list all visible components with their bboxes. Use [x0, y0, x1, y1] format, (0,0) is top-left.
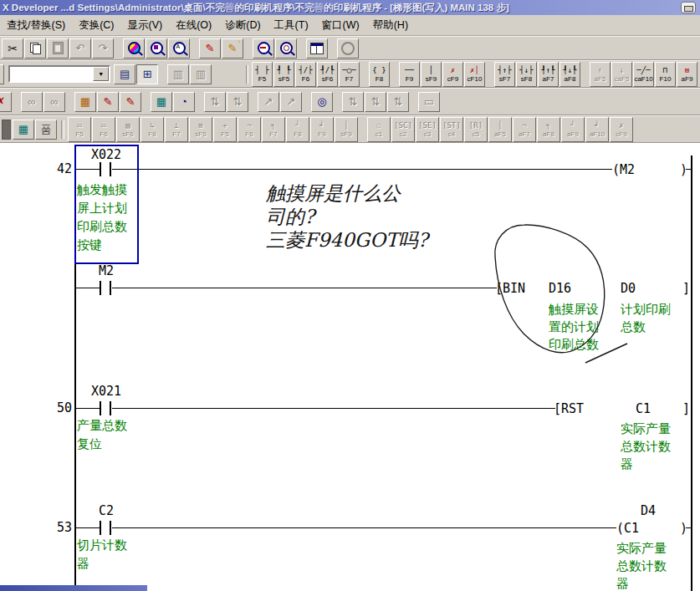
- copy-icon[interactable]: [24, 38, 46, 59]
- comment-line: 器: [616, 574, 667, 591]
- find-icon[interactable]: [123, 38, 145, 59]
- program-buttons: ✗ ∞ ∞ ▦ ✎ ✎: [2, 92, 441, 112]
- operand-d16[interactable]: D16: [549, 281, 571, 296]
- menu-item[interactable]: 帮助(H): [366, 16, 415, 35]
- redo-icon: [92, 38, 114, 59]
- find-device-icon[interactable]: [146, 38, 167, 59]
- sfc-simultaneous-divergence: ¬ F6: [238, 117, 261, 142]
- parallel-open-contact[interactable]: ┦ ┞ sF5: [273, 62, 294, 87]
- comment-display-icon[interactable]: ▤: [114, 64, 135, 84]
- invert-operation[interactable]: ─╱─ caF10: [633, 62, 654, 87]
- annotation-line: 触摸屏是什么公: [266, 181, 428, 205]
- coil-close-paren: ): [680, 162, 687, 177]
- delete-horizontal-line[interactable]: ✗ cF9: [442, 62, 463, 87]
- ladder-edit-icon[interactable]: ▦: [74, 92, 96, 112]
- step-number: 53: [47, 520, 72, 535]
- device-combo-input[interactable]: [10, 67, 93, 81]
- ladder-symbol-buttons: ┤ ├ F5 ┦ ┞ sF5 ┤/├ F6 ┦/┞ sF6: [252, 62, 698, 87]
- sfc-line-af7: ¬ aF7: [513, 117, 536, 142]
- menu-item[interactable]: 窗口(W): [315, 16, 366, 35]
- coil[interactable]: ─○─ F7: [339, 62, 360, 87]
- contact-device-m2[interactable]: M2: [83, 263, 130, 278]
- open-contact[interactable]: ┤ ├ F5: [252, 62, 273, 87]
- edit-line[interactable]: ⊓ F10: [655, 62, 676, 87]
- write-mode-icon[interactable]: [199, 38, 221, 59]
- device-test-icon[interactable]: ✗: [0, 92, 12, 112]
- parallel-closed-contact[interactable]: ┦/┞ sF6: [317, 62, 338, 87]
- online-change-write-icon: ⇅: [365, 92, 386, 112]
- taskbar-fragment: [0, 585, 147, 591]
- tile-window-icon[interactable]: [306, 38, 328, 59]
- contact-device-x021[interactable]: X021: [83, 384, 130, 399]
- operand-c1[interactable]: C1: [636, 401, 651, 416]
- comment-line: 复位: [77, 435, 127, 453]
- find-string-icon[interactable]: [168, 38, 190, 59]
- combo-dropdown-button[interactable]: ▼: [93, 67, 109, 81]
- screen-jump-back-icon: ↗: [280, 92, 302, 112]
- menu-item[interactable]: 在线(O): [169, 16, 218, 35]
- menu-item[interactable]: 查找/替换(S): [0, 16, 72, 35]
- instruction-bin[interactable]: [BIN: [495, 281, 525, 296]
- contact-device-c2[interactable]: C2: [83, 503, 130, 518]
- parallel-falling-pulse[interactable]: ┦↓┞ aF8: [559, 62, 580, 87]
- contact-bar: [110, 401, 111, 415]
- rung-line: [75, 288, 100, 288]
- statement-edit-icon[interactable]: ✎: [120, 92, 141, 112]
- parallel-rising-pulse[interactable]: ┦↑┞ aF7: [538, 62, 559, 87]
- find-coil-icon[interactable]: [275, 38, 297, 59]
- clock-setting-icon[interactable]: ◔: [173, 92, 195, 112]
- device-comment-icon[interactable]: ▦: [151, 92, 172, 112]
- structure-list-icon[interactable]: 품: [35, 120, 57, 140]
- coil-close-paren: ): [680, 521, 687, 536]
- statement-display-icon[interactable]: ⊞: [136, 64, 158, 84]
- delete-line[interactable]: ⊠ aF9: [677, 62, 697, 87]
- menu-bar: 查找/替换(S)变换(C)显示(V)在线(O)诊断(D)工具(T)窗口(W)帮助…: [0, 15, 700, 36]
- contact-bar: [110, 521, 111, 535]
- operand-d0[interactable]: D0: [621, 281, 636, 296]
- application-instruction[interactable]: { } F8: [369, 62, 390, 87]
- menu-item[interactable]: 变换(C): [72, 16, 120, 35]
- step-number: 50: [47, 400, 72, 415]
- horizontal-line[interactable]: ── F9: [399, 62, 420, 87]
- sfc-jump: ↳ F8: [141, 117, 164, 142]
- project-data-list-icon: [337, 38, 359, 59]
- menu-item[interactable]: 诊断(D): [218, 16, 267, 35]
- falling-pulse-op: ↓ caF5: [611, 62, 632, 87]
- menu-item[interactable]: 工具(T): [268, 16, 315, 35]
- instruction-rst[interactable]: [RST: [554, 401, 584, 416]
- keyboard-icon: ▭: [418, 92, 440, 112]
- rising-pulse[interactable]: ┤↑├ sF7: [494, 62, 515, 87]
- cut-icon[interactable]: [2, 38, 23, 59]
- online-change-icon: ⇅: [342, 92, 364, 112]
- coil-m2[interactable]: (M2: [612, 162, 635, 177]
- comment-line: 器: [77, 554, 127, 573]
- toolbar-main-group: [2, 38, 360, 59]
- menu-item[interactable]: 显示(V): [121, 16, 170, 35]
- data-list-icon[interactable]: ▦: [13, 120, 34, 140]
- toolbar-separator: [61, 120, 64, 139]
- device-memory-icon: ▥: [190, 64, 212, 84]
- rung-line: [75, 408, 100, 409]
- screen-jump-icon: ↗: [258, 92, 279, 112]
- instruction-close-bracket: ]: [682, 401, 690, 416]
- sfc-selection-divergence: + F5: [213, 117, 237, 142]
- comment-line: 置的计划: [549, 318, 599, 335]
- find-contact-icon[interactable]: [253, 38, 274, 59]
- minimize-button[interactable]: [681, 2, 696, 13]
- sfc-line-af10: ╛ aF10: [585, 117, 609, 142]
- find-instruction-icon[interactable]: ◎: [311, 92, 333, 112]
- coil-c1[interactable]: (C1: [616, 521, 639, 536]
- ladder-editor[interactable]: 42 X022 触发触摸屏上计划印刷总数按键 (M2 ) 触摸屏是什么公司的?三…: [0, 142, 700, 591]
- gx-developer-window: X Developer ...d Settings\Administrator\…: [0, 0, 700, 591]
- closed-contact[interactable]: ┤/├ F6: [295, 62, 316, 87]
- sfc-selection-convergence: ╕ F7: [262, 117, 285, 142]
- annotation-line: 三菱F940GOT吗?: [266, 228, 428, 252]
- vertical-line[interactable]: │ sF9: [421, 62, 442, 87]
- device-comment-edit-icon[interactable]: ✎: [97, 92, 119, 112]
- rung-line: [112, 169, 612, 170]
- minimize-icon: [684, 6, 693, 12]
- device-comment-d0: 计划印刷总数: [621, 300, 671, 335]
- falling-pulse[interactable]: ┤↓├ sF8: [516, 62, 537, 87]
- delete-vertical-line[interactable]: ✗│ cF10: [464, 62, 485, 87]
- insert-mode-icon[interactable]: [222, 38, 243, 59]
